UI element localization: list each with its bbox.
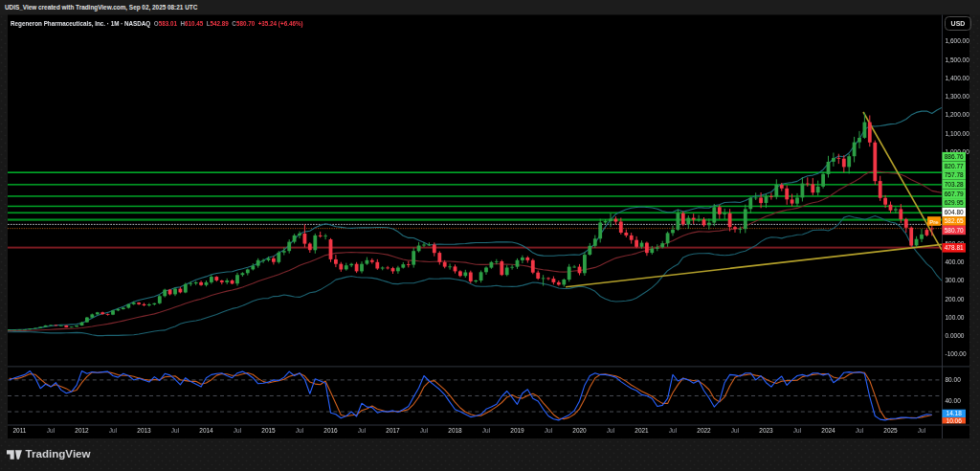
svg-text:2021: 2021	[635, 427, 649, 434]
svg-text:Jul: Jul	[171, 427, 180, 434]
svg-text:1,500.00: 1,500.00	[946, 56, 970, 63]
svg-text:2025: 2025	[883, 427, 898, 434]
svg-text:1,100.00: 1,100.00	[946, 130, 970, 137]
svg-text:1,400.00: 1,400.00	[946, 75, 970, 81]
svg-text:-100.00: -100.00	[946, 350, 967, 357]
svg-text:Jul: Jul	[607, 427, 615, 434]
svg-text:200.00: 200.00	[946, 296, 965, 303]
svg-text:Regeneron Pharmaceuticals, Inc: Regeneron Pharmaceuticals, Inc. · 1M · N…	[11, 20, 303, 28]
svg-text:UDIS_View created with Trading: UDIS_View created with TradingView.com, …	[5, 4, 198, 11]
svg-text:580.70: 580.70	[945, 227, 964, 234]
svg-text:2020: 2020	[572, 427, 587, 434]
svg-text:400.00: 400.00	[946, 258, 965, 265]
svg-text:2019: 2019	[510, 427, 524, 434]
svg-text:2016: 2016	[323, 427, 338, 434]
svg-text:1,600.00: 1,600.00	[946, 37, 970, 44]
svg-text:Jul: Jul	[47, 427, 56, 434]
svg-text:Jul: Jul	[482, 427, 491, 434]
svg-text:Jul: Jul	[109, 427, 118, 434]
svg-text:300.00: 300.00	[946, 277, 965, 283]
svg-text:Jul: Jul	[296, 427, 304, 434]
svg-text:629.95: 629.95	[945, 199, 964, 206]
svg-text:604.80: 604.80	[945, 209, 964, 215]
svg-text:Jul: Jul	[918, 427, 926, 434]
svg-text:2018: 2018	[448, 427, 462, 434]
svg-text:582.65: 582.65	[945, 217, 964, 224]
svg-text:667.79: 667.79	[945, 191, 964, 197]
svg-text:Pre: Pre	[929, 219, 939, 225]
svg-text:USD: USD	[951, 20, 966, 27]
svg-text:0.0000: 0.0000	[946, 332, 965, 339]
svg-text:Jul: Jul	[545, 427, 553, 434]
svg-text:1,200.00: 1,200.00	[946, 111, 970, 118]
svg-text:703.28: 703.28	[945, 181, 964, 188]
svg-text:Jul: Jul	[234, 427, 242, 434]
svg-text:2015: 2015	[261, 427, 276, 434]
svg-text:Jul: Jul	[793, 427, 802, 434]
svg-text:Jul: Jul	[731, 427, 740, 434]
svg-text:100.00: 100.00	[946, 314, 965, 321]
svg-text:2023: 2023	[759, 427, 773, 434]
svg-text:Jul: Jul	[669, 427, 678, 434]
svg-text:1,300.00: 1,300.00	[946, 93, 970, 100]
svg-text:478.81: 478.81	[945, 244, 964, 251]
svg-text:10.06: 10.06	[947, 417, 963, 424]
svg-text:2011: 2011	[13, 427, 27, 434]
svg-text:2014: 2014	[199, 427, 213, 434]
svg-text:757.78: 757.78	[945, 171, 964, 178]
svg-text:820.77: 820.77	[945, 163, 964, 169]
svg-text:TradingView: TradingView	[26, 447, 92, 460]
svg-text:2012: 2012	[75, 427, 89, 434]
svg-text:Jul: Jul	[856, 427, 864, 434]
svg-text:2013: 2013	[137, 427, 151, 434]
svg-text:80.00: 80.00	[946, 376, 962, 383]
svg-text:2022: 2022	[697, 427, 711, 434]
svg-text:Jul: Jul	[420, 427, 429, 434]
svg-text:2024: 2024	[821, 427, 835, 434]
svg-text:2017: 2017	[386, 427, 400, 434]
svg-text:886.76: 886.76	[945, 153, 964, 160]
svg-text:40.00: 40.00	[946, 397, 962, 404]
svg-text:Jul: Jul	[358, 427, 367, 434]
svg-text:14.18: 14.18	[947, 410, 963, 416]
